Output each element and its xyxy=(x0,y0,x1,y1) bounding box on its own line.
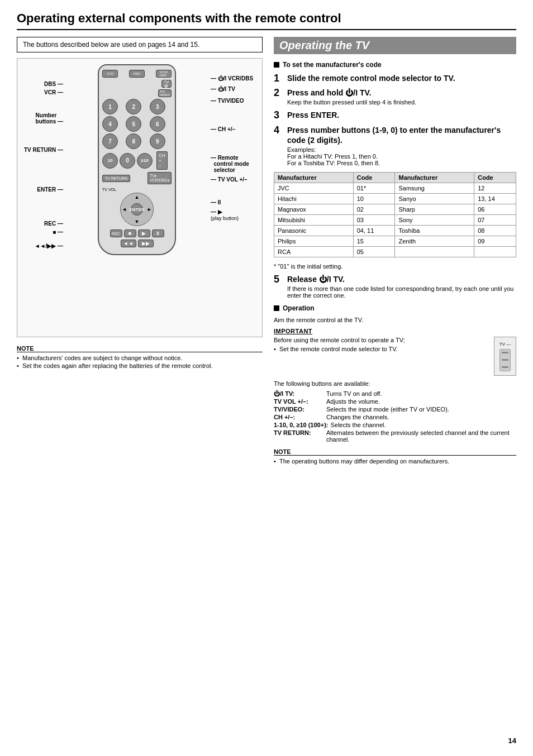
table-cell: 01* xyxy=(353,183,395,193)
tv-return-btn[interactable]: TV RETURN xyxy=(102,175,130,182)
section-header: Operating the TV xyxy=(274,37,516,54)
mode-selector[interactable]: TV▸VCR/DBS◂ xyxy=(147,172,172,184)
rec-btn[interactable]: REC xyxy=(110,229,122,237)
table-cell: Mitsubishi xyxy=(274,214,354,225)
label-tv-return: TV RETURN — xyxy=(24,147,63,153)
step-4-num: 4 xyxy=(274,125,284,135)
table-cell: 03 xyxy=(353,214,395,225)
op-bullet xyxy=(274,305,279,311)
avail-key: TV RETURN: xyxy=(274,429,324,443)
important-before: Before using the remote control to opera… xyxy=(274,337,488,343)
table-cell: 15 xyxy=(353,236,395,246)
num-6[interactable]: 6 xyxy=(150,116,165,132)
ff-btn[interactable]: ▶▶ xyxy=(138,240,154,247)
step-3-text: Press ENTER. xyxy=(287,110,339,120)
num-2[interactable]: 2 xyxy=(126,99,141,114)
table-note: * "01" is the initial setting. xyxy=(274,263,516,270)
label-enter: ENTER — xyxy=(37,186,63,193)
step-1-text: Slide the remote control mode selector t… xyxy=(287,73,455,83)
up-arrow[interactable]: ▲ xyxy=(135,194,140,200)
pause-btn[interactable]: ⏸ xyxy=(152,229,164,237)
step-5-text: Release ⏻/I TV. xyxy=(287,274,516,284)
tv-video-btn[interactable]: TV/VIDEO xyxy=(158,89,172,97)
ch-btn[interactable]: CH+– xyxy=(156,151,168,170)
operation-text: Aim the remote control at the TV. xyxy=(274,317,516,323)
label-rec: REC — xyxy=(44,221,63,227)
play-btn[interactable]: ▶ xyxy=(138,229,150,237)
bullet-square xyxy=(274,62,279,68)
note-item-2: Set the codes again after replacing the … xyxy=(17,362,263,369)
avail-val: Alternates between the previously select… xyxy=(326,429,516,443)
table-cell: Sanyo xyxy=(395,193,474,204)
vcr-btn[interactable]: VCR xyxy=(102,70,118,78)
avail-key: TV/VIDEO: xyxy=(274,406,324,413)
avail-val: Adjusts the volume. xyxy=(326,398,516,405)
vol-cluster: ENTER ▲ ▼ ◄ ► xyxy=(102,193,172,226)
numpad: 1 2 3 4 5 6 7 8 9 xyxy=(102,99,172,149)
table-cell: 12 xyxy=(474,183,516,193)
table-cell: Zenith xyxy=(395,236,474,246)
label-ch: — CH +/– xyxy=(211,126,235,132)
stop-btn[interactable]: ■ xyxy=(124,229,136,237)
num-10plus[interactable]: ≥10 xyxy=(137,153,153,169)
num-5[interactable]: 5 xyxy=(126,116,141,132)
step-2-sub: Keep the button pressed until step 4 is … xyxy=(287,99,416,106)
label-rew-ff: ◄◄/▶▶ — xyxy=(35,243,63,249)
rew-btn[interactable]: ◄◄ xyxy=(121,240,136,247)
step-5: 5 Release ⏻/I TV. If there is more than … xyxy=(274,274,516,299)
num-3[interactable]: 3 xyxy=(150,99,165,114)
step-2: 2 Press and hold ⏻/I TV. Keep the button… xyxy=(274,88,516,106)
vcrdbs-btn[interactable]: VCR/DBS xyxy=(156,70,172,78)
avail-row: 1-10, 0, ≥10 (100+):Selects the channel. xyxy=(274,422,516,428)
note-item-1: Manufacturers' codes are subject to chan… xyxy=(17,355,263,361)
step-1-num: 1 xyxy=(274,73,284,83)
num-0[interactable]: 0 xyxy=(120,153,135,169)
manufacturer-code-heading: To set the manufacturer's code xyxy=(274,61,516,69)
right-arrow[interactable]: ► xyxy=(147,207,152,212)
avail-key: ⏻/I TV: xyxy=(274,390,324,397)
label-play: — ▶(play button) xyxy=(211,209,239,221)
remote-diagram: DBS — VCR — Numberbuttons — TV RETURN — … xyxy=(17,58,263,337)
table-cell: Magnavox xyxy=(274,204,354,214)
num-8[interactable]: 8 xyxy=(126,133,141,149)
step-3-num: 3 xyxy=(274,110,284,120)
num-1[interactable]: 1 xyxy=(102,99,118,114)
label-tv-video: — TV/VIDEO xyxy=(211,98,244,104)
num-10[interactable]: 10 xyxy=(102,153,118,169)
label-power-vcrdbs: — ⏻/I VCR/DBS xyxy=(211,75,253,82)
col-code-1: Code xyxy=(353,172,395,183)
step-1: 1 Slide the remote control mode selector… xyxy=(274,73,516,83)
avail-row: ⏻/I TV:Turns TV on and off. xyxy=(274,390,516,397)
down-arrow[interactable]: ▼ xyxy=(135,219,140,224)
step-5-num: 5 xyxy=(274,274,284,284)
table-cell: Toshiba xyxy=(395,225,474,236)
avail-row: TV VOL +/–:Adjusts the volume. xyxy=(274,398,516,405)
notice-box: The buttons described below are used on … xyxy=(17,37,263,52)
step-2-text: Press and hold ⏻/I TV. xyxy=(287,88,416,98)
note-section: NOTE Manufacturers' codes are subject to… xyxy=(17,345,263,369)
label-vcr: VCR — xyxy=(44,89,63,95)
dbs-btn[interactable]: DBS xyxy=(129,70,145,78)
num-4[interactable]: 4 xyxy=(102,116,118,132)
important-title: IMPORTANT xyxy=(274,328,516,334)
num-9[interactable]: 9 xyxy=(150,133,165,149)
table-cell: Philips xyxy=(274,236,354,246)
ff-rew-controls: ◄◄ ▶▶ xyxy=(102,240,172,247)
enter-center-btn[interactable]: ENTER xyxy=(131,203,143,216)
avail-key: TV VOL +/–: xyxy=(274,398,324,405)
avail-row: CH +/–:Changes the channels. xyxy=(274,414,516,420)
step-5-sub: If there is more than one code listed fo… xyxy=(287,285,516,299)
num-7[interactable]: 7 xyxy=(102,133,118,149)
note-title: NOTE xyxy=(17,345,263,352)
avail-val: Selects the channel. xyxy=(330,422,516,428)
table-cell: RCA xyxy=(274,246,354,257)
tv-mode-illustration: TV — xyxy=(494,337,516,376)
important-item-1: Set the remote control mode selector to … xyxy=(274,346,488,352)
manufacturer-code-label: To set the manufacturer's code xyxy=(283,61,382,69)
label-mode-selector: — Remote control mode selector xyxy=(211,155,249,173)
label-dbs: DBS — xyxy=(44,81,63,87)
power-tv-btn[interactable]: TV⏻ xyxy=(161,80,172,88)
col-manufacturer-1: Manufacturer xyxy=(274,172,354,183)
avail-key: CH +/–: xyxy=(274,414,324,420)
left-arrow[interactable]: ◄ xyxy=(122,207,127,212)
